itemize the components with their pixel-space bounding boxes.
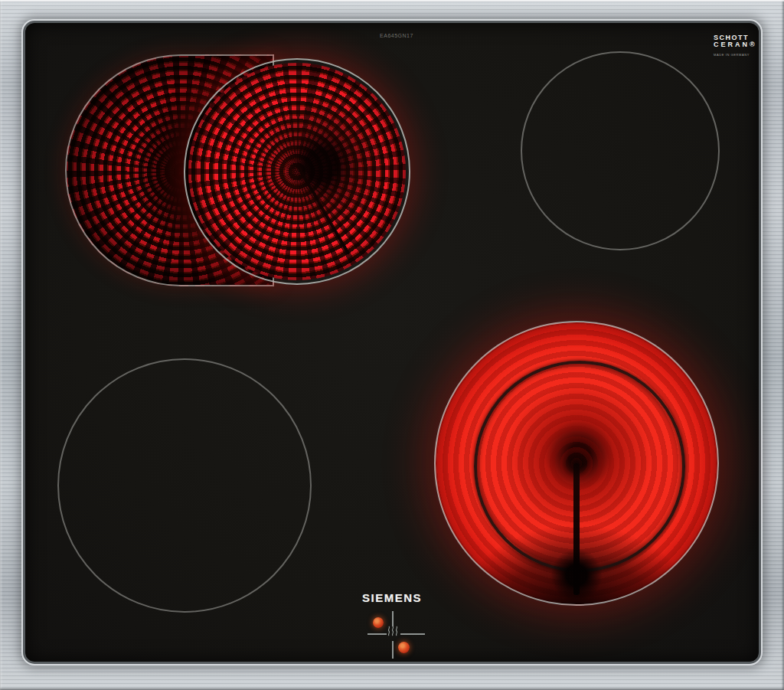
zone-back-right-outline [521,51,720,250]
zone-back-left-burner [184,58,410,285]
indicator-cross-line [392,641,394,659]
glowing-coil-texture [188,63,406,280]
brand-logo: SIEMENS [354,591,430,604]
zone-front-left-outline [57,358,312,613]
heat-sensor-rod [573,463,580,595]
glass-surface: EA645GN17 SCHOTT CERAN® MADE IN GERMANY … [25,23,759,662]
hot-dot-front-right [398,642,410,653]
heat-sensor-rod [296,164,350,255]
indicator-cross-line [368,633,387,635]
hot-dot-back-left [373,617,384,628]
schott-ceran-badge: SCHOTT CERAN® MADE IN GERMANY [714,34,772,57]
residual-heat-icon [386,625,400,639]
indicator-cross-line [400,633,425,635]
badge-line3: MADE IN GERMANY [714,54,772,57]
zone-front-right-burner [434,321,719,606]
model-label: EA645GN17 [362,33,431,38]
badge-line2: CERAN® [714,41,772,48]
indicator-cross-line [392,611,394,626]
